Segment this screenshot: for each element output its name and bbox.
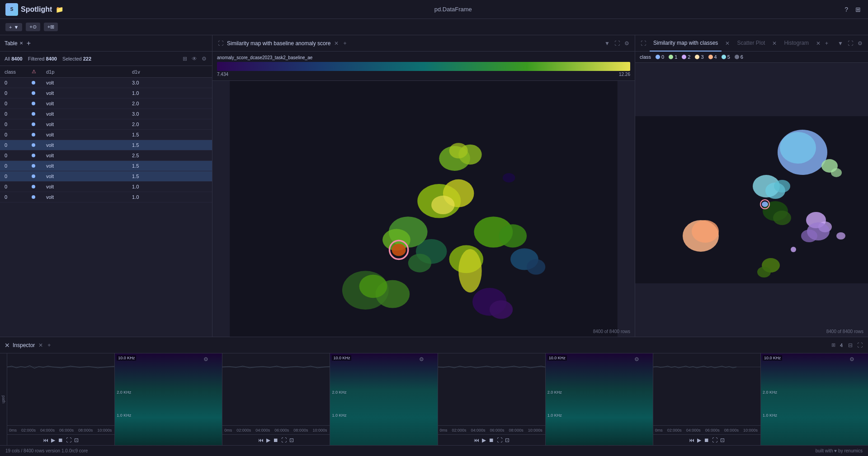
- col-class[interactable]: class: [0, 66, 27, 78]
- loop-4[interactable]: ⊡: [720, 437, 725, 443]
- add-viz-button[interactable]: +⊞: [44, 23, 58, 31]
- table-row[interactable]: 0 volt 1.5: [0, 161, 212, 171]
- loop-3[interactable]: ⊡: [505, 437, 509, 443]
- svg-point-21: [449, 143, 468, 158]
- audio-track-1: 0ms 02:000s 04:000s 06:000s 08:000s 10:0…: [7, 353, 115, 445]
- similarity-expand-btn[interactable]: ⛶: [217, 39, 224, 47]
- table-stats-bar: All 8400 Filtered 8400 Selected 222 ⊞ 👁 …: [0, 52, 212, 66]
- panels-row: Table ✕ + All 8400 Filtered 8400 Selecte…: [0, 35, 868, 337]
- table-row[interactable]: 0 volt 1.5: [0, 171, 212, 182]
- stop-1[interactable]: ⏹: [58, 437, 63, 443]
- loop-2[interactable]: ⊡: [289, 437, 294, 443]
- table-tab[interactable]: Table ✕: [5, 40, 23, 47]
- col-d1p[interactable]: d1p: [42, 66, 127, 78]
- skip-back-1[interactable]: ⏮: [43, 437, 48, 443]
- stop-4[interactable]: ⏹: [704, 437, 709, 443]
- legend-6: 6: [735, 54, 743, 60]
- table-row[interactable]: 0 volt 1.0: [0, 88, 212, 99]
- cell-dot: [27, 99, 42, 109]
- legend-dot-1: [669, 55, 673, 59]
- skip-back-3[interactable]: ⏮: [474, 437, 479, 443]
- table-eye-btn[interactable]: 👁: [191, 55, 198, 63]
- filtered-stat: Filtered 8400: [28, 56, 57, 61]
- svg-point-3: [359, 275, 387, 298]
- similarity-settings-btn[interactable]: ⚙: [623, 39, 630, 47]
- table-add-col-btn[interactable]: ⊞: [182, 55, 188, 63]
- legend-dot-3: [695, 55, 699, 59]
- spectrogram-panel-2: ⚙ 10.0 KHz 2.0 KHz 1.0 KHz: [330, 353, 438, 445]
- table-row[interactable]: 0 volt 1.5: [0, 140, 212, 150]
- play-3[interactable]: ▶: [482, 437, 486, 443]
- spec-gear-3[interactable]: ⚙: [633, 355, 640, 363]
- play-1[interactable]: ▶: [51, 437, 55, 443]
- inspector-add-btn[interactable]: +: [47, 341, 52, 349]
- similarity-fullscreen-btn[interactable]: ⛶: [613, 39, 621, 47]
- classes-tab[interactable]: Similarity map with classes: [650, 35, 722, 52]
- histogram-tab[interactable]: Histogram: [780, 35, 812, 52]
- expand-1[interactable]: ⛶: [66, 437, 71, 443]
- expand-4[interactable]: ⛶: [712, 437, 717, 443]
- inspector-content-row: path: [0, 353, 868, 445]
- table-row[interactable]: 0 volt 2.5: [0, 150, 212, 161]
- layout-button[interactable]: ⊞: [854, 4, 863, 15]
- play-4[interactable]: ▶: [697, 437, 701, 443]
- help-button[interactable]: ?: [843, 4, 850, 15]
- col-d1v[interactable]: d1v: [127, 66, 212, 78]
- right-fullscreen-btn[interactable]: ⛶: [847, 39, 854, 47]
- cell-d1v: 1.0: [127, 88, 212, 99]
- expand-2[interactable]: ⛶: [281, 437, 287, 443]
- expand-3[interactable]: ⛶: [497, 437, 502, 443]
- right-settings-btn[interactable]: ⚙: [857, 39, 863, 47]
- expand-icon-btn[interactable]: ⛶: [856, 341, 863, 349]
- cell-class: 0: [0, 171, 27, 182]
- right-add-btn[interactable]: +: [824, 39, 829, 47]
- similarity-scatter-svg[interactable]: [212, 81, 635, 337]
- scatter-tab[interactable]: Scatter Plot: [733, 35, 769, 52]
- cell-d1v: 2.0: [127, 99, 212, 109]
- classes-scatter-svg[interactable]: [635, 63, 868, 337]
- right-expand-btn[interactable]: ⛶: [640, 39, 647, 47]
- legend-dot-4: [708, 55, 713, 59]
- svg-point-27: [780, 132, 816, 164]
- skip-back-2[interactable]: ⏮: [258, 437, 264, 443]
- inspector-grid-btn[interactable]: ⊟: [847, 341, 854, 349]
- similarity-add-btn[interactable]: +: [342, 39, 347, 47]
- histogram-close-btn[interactable]: ✕: [815, 39, 821, 47]
- spec-gear-4[interactable]: ⚙: [849, 355, 855, 363]
- inspector-close-btn[interactable]: ✕: [5, 342, 10, 349]
- table-row[interactable]: 0 volt 2.0: [0, 119, 212, 130]
- table-row[interactable]: 0 volt 3.0: [0, 109, 212, 119]
- inspector-close2-btn[interactable]: ✕: [38, 341, 44, 349]
- spec-gear-2[interactable]: ⚙: [418, 355, 425, 363]
- color-scale: [217, 62, 630, 71]
- scatter-close-btn[interactable]: ✕: [771, 39, 778, 47]
- filtered-label: Filtered: [28, 56, 45, 61]
- table-settings-btn[interactable]: ⚙: [201, 55, 208, 63]
- cell-dot: [27, 161, 42, 171]
- add-col-button[interactable]: +⊙: [26, 23, 40, 31]
- table-row[interactable]: 0 volt 2.0: [0, 99, 212, 109]
- classes-close-btn[interactable]: ✕: [724, 39, 731, 47]
- skip-back-4[interactable]: ⏮: [689, 437, 694, 443]
- table-row[interactable]: 0 volt 1.5: [0, 130, 212, 140]
- open-folder-icon[interactable]: 📁: [56, 6, 63, 13]
- table-row[interactable]: 0 volt 1.0: [0, 182, 212, 192]
- spec-settings-1[interactable]: ⚙: [203, 355, 209, 363]
- stop-3[interactable]: ⏹: [489, 437, 494, 443]
- spec-gear-1[interactable]: ⚙: [203, 355, 209, 363]
- table-tab-close[interactable]: ✕: [19, 41, 23, 46]
- similarity-filter-icon[interactable]: ▼: [604, 39, 611, 47]
- right-filter-btn[interactable]: ▼: [837, 39, 844, 47]
- add-panel-button[interactable]: +: [27, 39, 31, 47]
- waveform-4: [653, 353, 760, 425]
- table-row[interactable]: 0 volt 1.0: [0, 192, 212, 202]
- svg-point-42: [757, 267, 771, 277]
- svg-point-23: [392, 244, 406, 256]
- loop-1[interactable]: ⊡: [74, 437, 79, 443]
- play-2[interactable]: ▶: [266, 437, 270, 443]
- controls-3: ⏮ ▶ ⏹ ⛶ ⊡: [438, 434, 545, 445]
- stop-2[interactable]: ⏹: [273, 437, 278, 443]
- filter-button[interactable]: + ▼: [5, 23, 22, 31]
- table-row[interactable]: 0 volt 3.0: [0, 78, 212, 88]
- similarity-close-btn[interactable]: ✕: [333, 39, 340, 47]
